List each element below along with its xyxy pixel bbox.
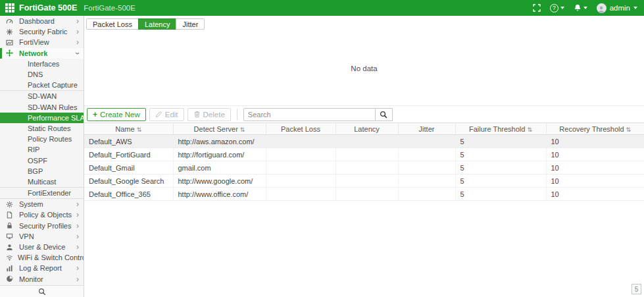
chevron-right-icon: › [76, 243, 79, 251]
sidebar-item-packet-capture[interactable]: Packet Capture [0, 80, 84, 90]
column-header-packet-loss: Packet Loss [266, 123, 335, 135]
sidebar-item-policy-objects[interactable]: Policy & Objects › [0, 209, 84, 220]
sidebar-item-multicast[interactable]: Multicast [0, 176, 84, 187]
sidebar-item-dns[interactable]: DNS [0, 69, 84, 80]
fullscreen-button[interactable] [533, 4, 541, 12]
sidebar-item-bgp[interactable]: BGP [0, 166, 84, 176]
column-header-detect-server[interactable]: Detect Server⇅ [173, 123, 266, 135]
table-header-row: Name⇅ Detect Server⇅ Packet Loss Latency… [84, 123, 644, 135]
sidebar-search-button[interactable] [0, 285, 84, 297]
monitor-icon [6, 232, 14, 240]
sort-icon: ⇅ [137, 126, 142, 133]
chevron-right-icon: › [76, 28, 79, 36]
main-content: Packet Loss Latency Jitter No data + Cre… [84, 16, 644, 297]
performance-sla-table: Name⇅ Detect Server⇅ Packet Loss Latency… [84, 122, 644, 201]
chevron-right-icon: › [76, 264, 79, 272]
create-new-button[interactable]: + Create New [87, 108, 146, 121]
sort-icon: ⇅ [527, 126, 532, 133]
tab-latency[interactable]: Latency [138, 18, 177, 30]
bell-icon [574, 4, 582, 12]
column-header-failure-threshold[interactable]: Failure Threshold⇅ [455, 123, 546, 135]
help-icon: ? [550, 4, 558, 13]
chevron-right-icon: › [76, 38, 79, 46]
sidebar-item-user-device[interactable]: User & Device › [0, 242, 84, 252]
sort-icon: ⇅ [626, 126, 632, 133]
chevron-down-icon: › [74, 52, 82, 55]
pie-chart-icon [6, 275, 14, 283]
delete-button[interactable]: Delete [187, 108, 231, 121]
sidebar-item-monitor[interactable]: Monitor › [0, 274, 84, 284]
caret-down-icon [583, 7, 587, 9]
plus-icon: + [93, 110, 97, 119]
sidebar-item-dashboard[interactable]: Dashboard › [0, 16, 84, 26]
sidebar-item-vpn[interactable]: VPN › [0, 231, 84, 242]
sidebar: Dashboard › Security Fabric › FortiView … [0, 16, 84, 297]
user-icon [6, 244, 14, 251]
table-search [243, 108, 393, 121]
table-row[interactable]: Default_Gmail gmail.com 5 10 [84, 161, 644, 175]
column-header-jitter: Jitter [398, 123, 455, 135]
caret-down-icon [560, 7, 564, 9]
sidebar-item-log-report[interactable]: Log & Report › [0, 263, 84, 273]
sidebar-item-security-fabric[interactable]: Security Fabric › [0, 26, 84, 37]
topbar-actions: ? admin [524, 3, 637, 13]
sidebar-item-sd-wan-rules[interactable]: SD-WAN Rules [0, 102, 84, 113]
sidebar-item-sd-wan[interactable]: SD-WAN [0, 91, 84, 101]
tab-jitter[interactable]: Jitter [176, 18, 205, 30]
record-count-badge: 5 [632, 284, 641, 294]
dashboard-icon [6, 18, 14, 25]
security-fabric-icon [6, 28, 14, 36]
chevron-right-icon: › [76, 211, 79, 219]
search-input[interactable] [243, 108, 376, 121]
chevron-right-icon: › [76, 17, 79, 25]
username-label: admin [610, 4, 630, 12]
column-header-recovery-threshold[interactable]: Recovery Threshold⇅ [546, 123, 644, 135]
notifications-button[interactable] [574, 4, 587, 12]
sidebar-item-fortiextender[interactable]: FortiExtender [0, 188, 84, 198]
sidebar-item-static-routes[interactable]: Static Routes [0, 123, 84, 134]
search-icon [38, 288, 46, 296]
sidebar-item-wifi-switch-controller[interactable]: WiFi & Switch Controller › [0, 252, 84, 263]
table-row[interactable]: Default_FortiGuard http://fortiguard.com… [84, 148, 644, 161]
user-menu-button[interactable]: admin [597, 3, 637, 13]
brand: FortiGate 500E FortiGate-500E [5, 3, 136, 13]
column-header-latency: Latency [335, 123, 398, 135]
search-icon [380, 111, 387, 119]
table-row[interactable]: Default_Google Search http://www.google.… [84, 175, 644, 188]
sidebar-item-policy-routes[interactable]: Policy Routes [0, 134, 84, 144]
lock-icon [6, 222, 14, 229]
tab-packet-loss[interactable]: Packet Loss [86, 18, 139, 30]
sidebar-item-security-profiles[interactable]: Security Profiles › [0, 221, 84, 231]
topbar: FortiGate 500E FortiGate-500E ? admin [0, 0, 644, 16]
metric-tabs: Packet Loss Latency Jitter [84, 16, 644, 30]
sidebar-item-network[interactable]: Network › [0, 48, 84, 59]
toolbar-divider [237, 109, 237, 121]
gear-icon [6, 201, 14, 208]
wifi-icon [6, 254, 13, 261]
column-header-name[interactable]: Name⇅ [84, 123, 173, 135]
trash-icon [193, 111, 201, 118]
help-menu-button[interactable]: ? [550, 4, 564, 13]
network-icon [6, 49, 14, 57]
document-icon [6, 211, 14, 219]
table-row[interactable]: Default_Office_365 http://www.office.com… [84, 188, 644, 201]
bar-chart-icon [6, 265, 14, 272]
sidebar-item-performance-sla[interactable]: Performance SLA ☆ [0, 113, 84, 123]
search-submit-button[interactable] [376, 108, 393, 121]
fortiview-icon [6, 39, 14, 46]
sidebar-item-ospf[interactable]: OSPF [0, 155, 84, 165]
product-name: FortiGate 500E [19, 3, 77, 13]
sidebar-item-rip[interactable]: RIP [0, 144, 84, 155]
table-toolbar: + Create New Edit Delete [84, 106, 644, 122]
table-row[interactable]: Default_AWS http://aws.amazon.com/ 5 10 [84, 135, 644, 148]
device-hostname: FortiGate-500E [84, 4, 136, 12]
chevron-right-icon: › [76, 232, 79, 240]
sidebar-item-interfaces[interactable]: Interfaces [0, 59, 84, 69]
edit-button[interactable]: Edit [149, 108, 184, 121]
fortinet-logo-icon [5, 3, 14, 13]
no-data-message: No data [84, 65, 644, 72]
chevron-right-icon: › [76, 275, 79, 283]
chevron-right-icon: › [76, 200, 79, 208]
sidebar-item-system[interactable]: System › [0, 199, 84, 209]
sidebar-item-fortiview[interactable]: FortiView › [0, 37, 84, 47]
